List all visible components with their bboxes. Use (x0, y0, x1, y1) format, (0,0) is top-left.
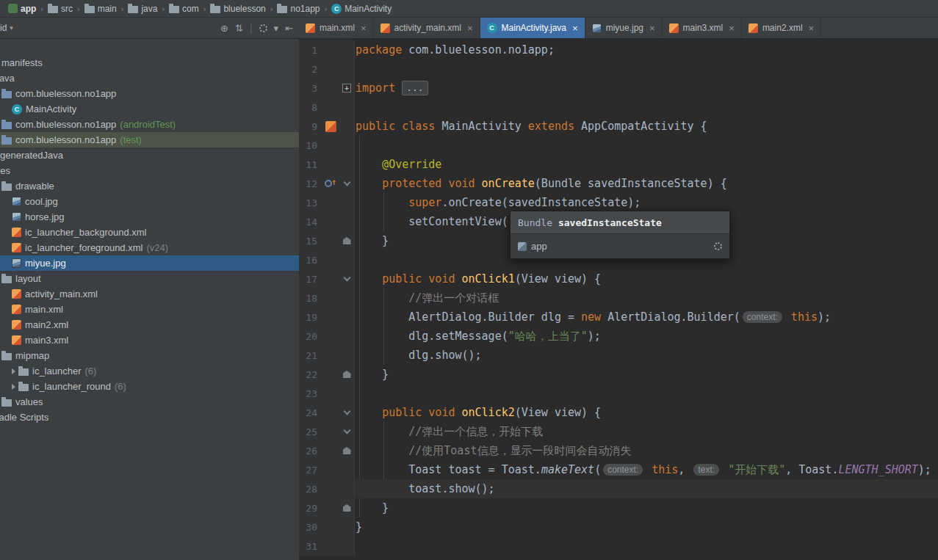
code-text[interactable]: public void onClick1(View view) { (355, 269, 938, 288)
breadcrumb-item-app[interactable]: app (6, 4, 38, 14)
tree-item-ic-launcher-round[interactable]: ic_launcher_round(6) (0, 379, 299, 394)
line-number[interactable]: 21 (299, 350, 321, 361)
tree-item-main3-xml[interactable]: main3.xml (0, 332, 299, 348)
line-number[interactable]: 8 (299, 102, 321, 113)
close-icon[interactable]: × (572, 23, 578, 34)
tree-item-res[interactable]: res (0, 163, 299, 178)
tree-item-drawable[interactable]: drawable (0, 178, 299, 194)
gear-icon[interactable] (259, 24, 267, 32)
breadcrumb-item-java[interactable]: java (126, 4, 159, 14)
code-text[interactable]: AlertDialog.Builder dlg = new AlertDialo… (355, 308, 938, 327)
gear-caret-icon[interactable]: ▾ (274, 23, 279, 34)
tab-main.xml[interactable]: main.xml× (299, 18, 374, 38)
close-icon[interactable]: × (467, 23, 473, 34)
line-number[interactable]: 13 (299, 197, 321, 208)
line-number[interactable]: 28 (299, 484, 321, 495)
collapse-all-icon[interactable]: ⇅ (235, 23, 243, 34)
completion-item-app[interactable]: app (511, 234, 729, 258)
fold-collapse-icon[interactable] (343, 426, 350, 434)
tab-main2.xml[interactable]: main2.xml× (742, 18, 821, 38)
line-number[interactable]: 25 (299, 426, 321, 437)
line-number[interactable]: 29 (299, 503, 321, 514)
tree-item-java[interactable]: java (0, 70, 299, 86)
tab-MainActivity.java[interactable]: MainActivity.java× (480, 18, 585, 38)
code-text[interactable]: //使用Toast信息，显示一段时间会自动消失 (355, 441, 938, 460)
tab-miyue.jpg[interactable]: miyue.jpg× (585, 18, 663, 38)
android-class-icon[interactable] (325, 121, 336, 132)
breadcrumb-item-MainActivity[interactable]: MainActivity (329, 4, 394, 14)
locate-icon[interactable]: ⊕ (220, 23, 228, 34)
code-text[interactable] (355, 59, 938, 79)
gear-icon[interactable] (714, 242, 722, 250)
tab-activity_main.xml[interactable]: activity_main.xml× (374, 18, 480, 38)
line-number[interactable]: 22 (299, 369, 321, 380)
line-number[interactable]: 27 (299, 465, 321, 476)
fold-collapse-icon[interactable] (343, 178, 350, 186)
code-text[interactable] (355, 537, 938, 556)
line-number[interactable]: 16 (299, 255, 321, 266)
tree-item-com-bluelesson-no1app[interactable]: com.bluelesson.no1app (0, 86, 299, 101)
fold-collapse-icon[interactable] (343, 407, 350, 415)
project-scope-selector[interactable]: id ▾ (0, 23, 13, 33)
tree-item-horse-jpg[interactable]: horse.jpg (0, 209, 299, 225)
code-text[interactable]: @Override (355, 155, 938, 174)
fold-end-icon[interactable] (343, 371, 351, 378)
tree-item-generatedjava[interactable]: generatedJava (0, 148, 299, 163)
line-number[interactable]: 17 (299, 274, 321, 285)
tree-item-miyue-jpg[interactable]: miyue.jpg (0, 255, 299, 271)
line-number[interactable]: 31 (299, 541, 321, 552)
tree-item-main2-xml[interactable]: main2.xml (0, 317, 299, 332)
line-number[interactable]: 11 (299, 159, 321, 170)
tree-item-ic-launcher[interactable]: ic_launcher(6) (0, 363, 299, 379)
hide-panel-icon[interactable]: ⇤ (285, 23, 293, 34)
tree-item-manifests[interactable]: manifests (0, 55, 299, 70)
code-text[interactable]: toast.show(); (355, 479, 938, 498)
line-number[interactable]: 24 (299, 407, 321, 418)
line-number[interactable]: 14 (299, 217, 321, 228)
code-text[interactable]: super.onCreate(savedInstanceState); (355, 193, 938, 212)
line-number[interactable]: 26 (299, 446, 321, 457)
line-number[interactable]: 18 (299, 293, 321, 304)
code-text[interactable]: dlg.setMessage("哈哈，上当了"); (355, 327, 938, 346)
fold-end-icon[interactable] (343, 447, 351, 454)
code-text[interactable]: public void onClick2(View view) { (355, 403, 938, 422)
code-text[interactable] (355, 98, 938, 117)
breadcrumb-item-no1app[interactable]: no1app (275, 4, 322, 14)
line-number[interactable]: 19 (299, 312, 321, 323)
tree-item-activity-main-xml[interactable]: activity_main.xml (0, 286, 299, 302)
code-text[interactable]: //弹出一个信息，开始下载 (355, 422, 938, 441)
line-number[interactable]: 3 (299, 83, 321, 94)
chevron-right-icon[interactable] (12, 384, 15, 390)
code-text[interactable]: protected void onCreate(Bundle savedInst… (355, 174, 938, 193)
line-number[interactable]: 2 (299, 64, 321, 75)
line-number[interactable]: 12 (299, 178, 321, 189)
line-number[interactable]: 23 (299, 388, 321, 399)
code-text[interactable]: } (355, 365, 938, 384)
fold-end-icon[interactable] (343, 237, 351, 244)
tree-item-ic-launcher-background-xml[interactable]: ic_launcher_background.xml (0, 225, 299, 240)
tree-item-layout[interactable]: layout (0, 271, 299, 286)
tree-item-mipmap[interactable]: mipmap (0, 348, 299, 363)
tree-item-main-xml[interactable]: main.xml (0, 302, 299, 317)
close-icon[interactable]: × (729, 23, 735, 34)
breadcrumb-item-src[interactable]: src (46, 4, 75, 14)
breadcrumb-item-bluelesson[interactable]: bluelesson (208, 4, 267, 14)
fold-collapse-icon[interactable] (343, 274, 350, 281)
code-text[interactable]: Toast toast = Toast.makeText(context: th… (355, 460, 938, 479)
breadcrumb-item-com[interactable]: com (167, 4, 201, 14)
code-text[interactable]: public class MainActivity extends AppCom… (355, 117, 938, 136)
tree-item-gradle-scripts[interactable]: Gradle Scripts (0, 410, 299, 425)
completion-item-saved-instance-state[interactable]: Bundle savedInstanceState (511, 211, 729, 234)
tree-item-cool-jpg[interactable]: cool.jpg (0, 194, 299, 209)
code-text[interactable] (355, 136, 938, 155)
tree-item-com-bluelesson-no1app[interactable]: com.bluelesson.no1app(test) (0, 132, 299, 148)
tab-main3.xml[interactable]: main3.xml× (663, 18, 742, 38)
code-text[interactable]: } (355, 517, 938, 537)
close-icon[interactable]: × (361, 23, 367, 34)
code-text[interactable] (355, 384, 938, 403)
code-text[interactable]: } (355, 498, 938, 517)
overriding-method-icon[interactable]: ↑ (325, 180, 336, 187)
breadcrumb-item-main[interactable]: main (82, 4, 119, 14)
line-number[interactable]: 15 (299, 236, 321, 247)
close-icon[interactable]: × (649, 23, 655, 34)
